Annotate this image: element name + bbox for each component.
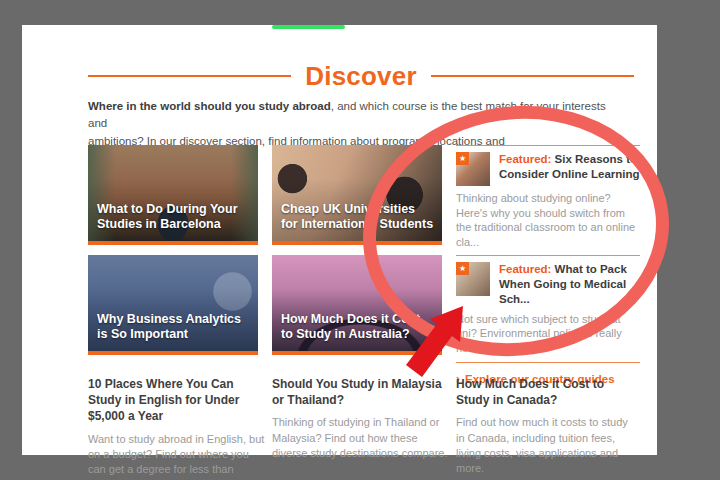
article-card-business-analytics[interactable]: Why Business Analytics is So Important <box>88 255 258 355</box>
featured-label: Featured: <box>499 263 551 275</box>
screenshot-root: { "colors": { "frame": "#6a6a6a", "accen… <box>0 0 720 480</box>
article-teaser: Want to study abroad in English, but on … <box>88 432 266 480</box>
article-study-under-5000: 10 Places Where You Can Study in English… <box>88 376 266 480</box>
article-cost-canada: How Much Does it Cost to Study in Canada… <box>456 376 634 476</box>
featured-title: Featured: What to Pack When Going to Med… <box>499 262 640 307</box>
featured-column: ★ Featured: Six Reasons to Consider Onli… <box>456 145 640 386</box>
article-teaser: Find out how much it costs to study in C… <box>456 415 634 476</box>
article-thumbnail: ★ <box>456 262 490 296</box>
intro-text: Where in the world should you study abro… <box>88 98 608 150</box>
loading-progress-bar <box>272 25 345 29</box>
featured-teaser: Not sure which subject to study at uni? … <box>456 312 640 356</box>
card-title: What to Do During Your Studies in Barcel… <box>97 202 250 233</box>
featured-label: Featured: <box>499 153 551 165</box>
divider <box>456 362 640 363</box>
article-title[interactable]: 10 Places Where You Can Study in English… <box>88 376 266 425</box>
article-title[interactable]: How Much Does it Cost to Study in Canada… <box>456 376 634 408</box>
decorative-line-left <box>88 75 291 77</box>
featured-teaser: Thinking about studying online? Here's w… <box>456 191 640 249</box>
star-icon: ★ <box>456 152 469 165</box>
article-thumbnail: ★ <box>456 152 490 186</box>
article-teaser: Thinking of studying in Thailand or Mala… <box>272 415 450 461</box>
article-title[interactable]: Should You Study in Malaysia or Thailand… <box>272 376 450 408</box>
section-title: Discover <box>305 61 416 92</box>
section-header: Discover <box>88 60 634 92</box>
article-card-uk-universities[interactable]: Cheap UK Universities for International … <box>272 145 442 245</box>
card-title: How Much Does it Cost to Study in Austra… <box>281 312 434 343</box>
star-icon: ★ <box>456 262 469 275</box>
card-title: Why Business Analytics is So Important <box>97 312 250 343</box>
featured-item-online-learning[interactable]: ★ Featured: Six Reasons to Consider Onli… <box>456 152 640 186</box>
featured-item-medical-school[interactable]: ★ Featured: What to Pack When Going to M… <box>456 262 640 307</box>
decorative-line-right <box>431 75 634 77</box>
article-card-barcelona[interactable]: What to Do During Your Studies in Barcel… <box>88 145 258 245</box>
divider <box>456 255 640 256</box>
intro-lead: Where in the world should you study abro… <box>88 100 331 112</box>
featured-title: Featured: Six Reasons to Consider Online… <box>499 152 640 186</box>
divider <box>456 145 640 146</box>
article-malaysia-thailand: Should You Study in Malaysia or Thailand… <box>272 376 450 461</box>
card-title: Cheap UK Universities for International … <box>281 202 434 233</box>
article-card-australia[interactable]: How Much Does it Cost to Study in Austra… <box>272 255 442 355</box>
